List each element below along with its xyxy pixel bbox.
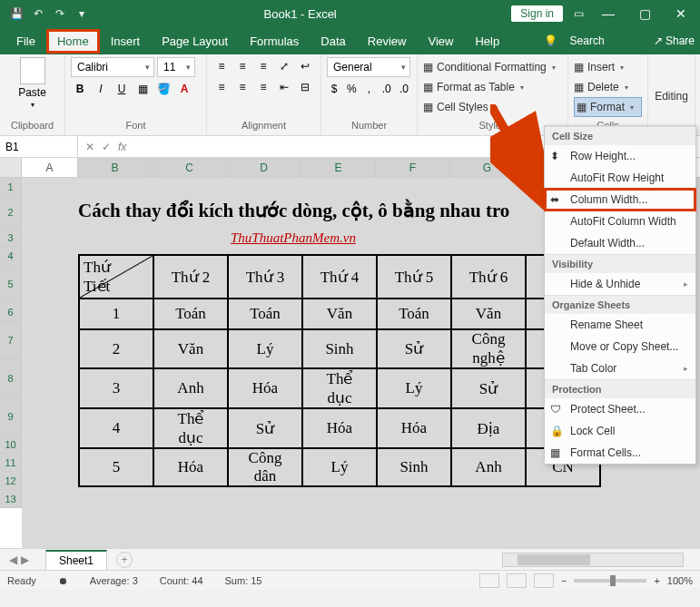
tab-view[interactable]: View <box>417 29 464 54</box>
col-header-G[interactable]: G <box>450 158 525 177</box>
menu-autofit-column-width[interactable]: AutoFit Column Width <box>545 210 695 232</box>
wrap-text-icon[interactable]: ↩ <box>296 57 314 75</box>
menu-autofit-row-height[interactable]: AutoFit Row Height <box>545 167 695 189</box>
normal-view-icon[interactable] <box>479 573 499 588</box>
zoom-level[interactable]: 100% <box>667 575 693 586</box>
add-sheet-button[interactable]: + <box>116 552 133 568</box>
align-top-icon[interactable]: ≡ <box>212 57 231 75</box>
row-header[interactable]: 7 <box>0 321 22 359</box>
fill-color-button[interactable]: 🪣 <box>154 80 173 98</box>
increase-decimal-icon[interactable]: .0 <box>380 80 394 98</box>
indent-decrease-icon[interactable]: ⇤ <box>275 78 293 96</box>
cancel-formula-icon[interactable]: ✕ <box>85 141 94 153</box>
search-label[interactable]: Search <box>570 34 605 47</box>
decrease-decimal-icon[interactable]: .0 <box>397 80 411 98</box>
accept-formula-icon[interactable]: ✓ <box>102 141 111 153</box>
align-bottom-icon[interactable]: ≡ <box>254 57 272 75</box>
menu-default-width[interactable]: Default Width... <box>545 232 695 254</box>
sheet-tab[interactable]: Sheet1 <box>45 550 107 570</box>
col-header-A[interactable]: A <box>22 158 78 177</box>
menu-protect-sheet[interactable]: 🛡Protect Sheet... <box>545 398 695 420</box>
menu-format-cells[interactable]: ▦Format Cells... <box>545 442 695 464</box>
sign-in-button[interactable]: Sign in <box>511 5 563 22</box>
cell-styles-button[interactable]: ▦Cell Styles▾ <box>423 97 562 117</box>
paste-button[interactable]: Paste <box>18 86 46 99</box>
row-header[interactable]: 13 <box>0 490 22 508</box>
zoom-in-icon[interactable]: + <box>654 575 659 586</box>
qat-dropdown-icon[interactable]: ▾ <box>74 6 89 21</box>
paste-dropdown-icon[interactable]: ▾ <box>31 101 35 109</box>
menu-lock-cell[interactable]: 🔒Lock Cell <box>545 420 695 442</box>
row-header[interactable]: 9 <box>0 397 22 436</box>
format-as-table-button[interactable]: ▦Format as Table▾ <box>423 77 562 97</box>
comma-icon[interactable]: , <box>361 80 376 98</box>
font-size-combo[interactable]: 11 <box>157 57 195 77</box>
next-sheet-icon[interactable]: ▶ <box>21 553 29 566</box>
redo-icon[interactable]: ↷ <box>53 6 67 21</box>
prev-sheet-icon[interactable]: ◀ <box>9 553 17 566</box>
name-box[interactable]: B1 <box>0 136 78 157</box>
menu-hide-unhide[interactable]: Hide & Unhide▸ <box>545 273 695 295</box>
font-color-button[interactable]: A <box>175 80 193 98</box>
orientation-icon[interactable]: ⤢ <box>275 57 293 75</box>
zoom-slider[interactable] <box>574 579 646 583</box>
merge-icon[interactable]: ⊟ <box>296 78 314 96</box>
row-header[interactable]: 1 <box>0 178 22 196</box>
border-button[interactable]: ▦ <box>133 80 152 98</box>
row-header[interactable]: 2 <box>0 196 22 229</box>
select-all-corner[interactable] <box>0 158 22 177</box>
tab-insert[interactable]: Insert <box>100 29 152 54</box>
menu-row-height[interactable]: ⬍Row Height... <box>545 145 695 167</box>
insert-cells-button[interactable]: ▦Insert▾ <box>574 57 642 77</box>
tab-data[interactable]: Data <box>310 29 356 54</box>
minimize-icon[interactable]: — <box>595 6 622 21</box>
tab-page-layout[interactable]: Page Layout <box>151 29 239 54</box>
align-center-icon[interactable]: ≡ <box>233 78 251 96</box>
row-headers[interactable]: 1 2 3 4 5 6 7 8 9 10 11 12 13 <box>0 178 22 548</box>
undo-icon[interactable]: ↶ <box>31 6 45 21</box>
col-header-C[interactable]: C <box>153 158 227 177</box>
percent-icon[interactable]: % <box>344 80 359 98</box>
currency-icon[interactable]: $ <box>327 80 341 98</box>
maximize-icon[interactable]: ▢ <box>631 6 658 21</box>
font-name-combo[interactable]: Calibri <box>71 57 154 77</box>
col-header-D[interactable]: D <box>227 158 301 177</box>
align-right-icon[interactable]: ≡ <box>254 78 272 96</box>
row-header[interactable]: 4 <box>0 247 22 265</box>
page-break-view-icon[interactable] <box>534 573 554 588</box>
paste-icon[interactable] <box>20 57 45 84</box>
col-header-B[interactable]: B <box>78 158 153 177</box>
row-header[interactable]: 10 <box>0 436 22 454</box>
menu-tab-color[interactable]: Tab Color▸ <box>545 357 695 379</box>
tab-review[interactable]: Review <box>357 29 418 54</box>
zoom-out-icon[interactable]: − <box>561 575 567 586</box>
row-header[interactable]: 11 <box>0 454 22 472</box>
tab-formulas[interactable]: Formulas <box>239 29 310 54</box>
row-header[interactable]: 5 <box>0 265 22 303</box>
tab-home[interactable]: Home <box>46 29 100 54</box>
row-header[interactable]: 6 <box>0 303 22 321</box>
search-icon[interactable]: 💡 <box>544 34 557 47</box>
align-left-icon[interactable]: ≡ <box>212 78 231 96</box>
tab-file[interactable]: File <box>5 29 46 54</box>
menu-column-width[interactable]: ⬌Column Width... <box>545 189 695 210</box>
menu-rename-sheet[interactable]: Rename Sheet <box>545 314 695 336</box>
ribbon-display-icon[interactable]: ▭ <box>574 7 584 20</box>
format-cells-button[interactable]: ▦Format▾ <box>574 97 642 117</box>
delete-cells-button[interactable]: ▦Delete▾ <box>574 77 642 97</box>
conditional-formatting-button[interactable]: ▦Conditional Formatting▾ <box>423 57 562 77</box>
align-middle-icon[interactable]: ≡ <box>233 57 251 75</box>
tab-help[interactable]: Help <box>464 29 510 54</box>
row-header[interactable]: 8 <box>0 359 22 397</box>
horizontal-scrollbar[interactable] <box>502 553 684 567</box>
italic-button[interactable]: I <box>92 80 110 98</box>
number-format-combo[interactable]: General <box>327 57 410 77</box>
macro-record-icon[interactable]: ⏺ <box>58 575 68 586</box>
row-header[interactable]: 12 <box>0 472 22 490</box>
col-header-E[interactable]: E <box>301 158 376 177</box>
row-header[interactable]: 3 <box>0 229 22 247</box>
save-icon[interactable]: 💾 <box>9 6 24 21</box>
menu-move-copy-sheet[interactable]: Move or Copy Sheet... <box>545 336 695 357</box>
bold-button[interactable]: B <box>71 80 89 98</box>
underline-button[interactable]: U <box>113 80 131 98</box>
